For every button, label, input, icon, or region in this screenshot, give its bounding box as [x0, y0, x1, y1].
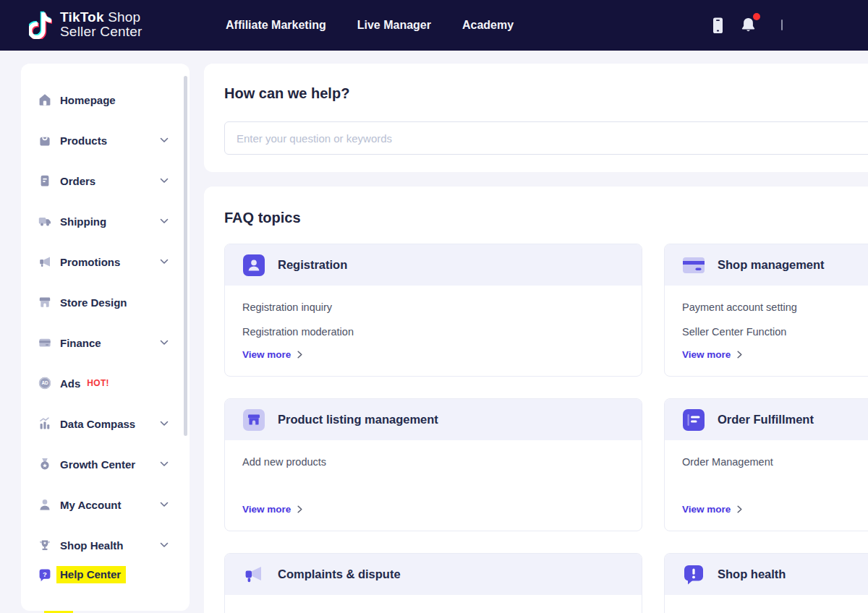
faq-topic-header[interactable]: Order Fulfillment — [665, 399, 868, 440]
order-doc-icon — [682, 408, 705, 432]
chevron-down-icon — [160, 340, 169, 346]
view-more-link[interactable]: View more — [242, 349, 624, 360]
chevron-right-icon — [737, 351, 742, 359]
top-navigation: Affiliate Marketing Live Manager Academy — [226, 0, 514, 51]
sidebar-item-orders[interactable]: Orders — [38, 171, 175, 191]
faq-topic-body: Registration inquiry Registration modera… — [225, 286, 642, 372]
logo-wordmark: TikTok Shop Seller Center — [60, 10, 142, 39]
registration-person-icon — [242, 254, 265, 277]
faq-topic-shop-management: Shop management Payment account setting … — [664, 244, 868, 377]
sidebar-item-ads[interactable]: AD Ads HOT! — [38, 373, 175, 393]
help-bubble-icon: ? — [38, 567, 52, 582]
help-center-label-highlighted: Help Center — [56, 566, 126, 583]
storefront-icon — [38, 295, 52, 309]
faq-topic-shop-health: Shop health — [664, 553, 868, 613]
home-icon — [38, 93, 52, 107]
faq-topic-body — [225, 595, 642, 613]
chevron-down-icon — [160, 421, 169, 426]
chevron-down-icon — [160, 137, 169, 143]
main-content: How can we help? FAQ topics Registration… — [204, 64, 868, 613]
sidebar-menu: Homepage Products Orders Shipping — [21, 64, 190, 611]
complaints-megaphone-icon — [242, 563, 265, 586]
truck-icon — [38, 214, 52, 228]
nav-academy[interactable]: Academy — [462, 19, 514, 32]
faq-link[interactable]: Registration moderation — [242, 325, 624, 339]
faq-link[interactable]: Add new products — [242, 455, 624, 469]
sidebar-item-finance[interactable]: Finance — [38, 333, 175, 353]
view-more-link[interactable]: View more — [682, 349, 868, 360]
hot-badge: HOT! — [87, 378, 109, 388]
faq-topics-grid: Registration Registration inquiry Regist… — [224, 244, 868, 613]
sidebar-item-promotions[interactable]: Promotions — [38, 252, 175, 272]
view-more-link[interactable]: View more — [242, 504, 624, 515]
trophy-icon — [38, 538, 52, 552]
cutoff-divider — [781, 20, 783, 30]
payment-card-icon — [682, 254, 705, 277]
faq-topic-body: Payment account setting Seller Center Fu… — [665, 286, 868, 372]
faq-topic-header[interactable]: Shop health — [665, 554, 868, 595]
faq-link[interactable]: Registration inquiry — [242, 300, 624, 314]
sidebar-item-growth-center[interactable]: Growth Center — [38, 454, 175, 474]
orders-doc-icon — [38, 173, 52, 188]
chevron-right-icon — [297, 351, 302, 359]
tiktok-shop-logo[interactable]: TikTok Shop Seller Center — [29, 10, 142, 39]
sidebar-item-data-compass[interactable]: Data Compass — [38, 413, 175, 434]
view-more-link[interactable]: View more — [682, 504, 868, 515]
alert-bubble-icon — [682, 563, 705, 586]
chevron-down-icon — [160, 218, 169, 224]
faq-topic-registration: Registration Registration inquiry Regist… — [224, 244, 642, 377]
faq-topics-section: FAQ topics Registration Registration inq… — [204, 187, 868, 613]
credit-card-icon — [38, 335, 52, 350]
svg-text:AD: AD — [41, 380, 48, 385]
faq-topic-header[interactable]: Complaints & dispute — [225, 554, 642, 595]
faq-topic-header[interactable]: Shop management — [665, 244, 868, 286]
chevron-right-icon — [737, 505, 742, 513]
bar-chart-icon — [38, 416, 52, 431]
faq-topics-title: FAQ topics — [224, 210, 868, 226]
sidebar-item-store-design[interactable]: Store Design — [38, 292, 175, 312]
chevron-right-icon — [297, 505, 302, 513]
chevron-down-icon — [160, 461, 169, 467]
ad-circle-icon: AD — [38, 376, 52, 390]
help-search-section: How can we help? — [204, 64, 868, 172]
megaphone-icon — [38, 254, 52, 269]
faq-topic-header[interactable]: Product listing management — [225, 399, 642, 440]
nav-live-manager[interactable]: Live Manager — [357, 19, 431, 32]
notification-dot — [753, 13, 760, 20]
header-actions — [774, 0, 868, 51]
sidebar-item-my-account[interactable]: My Account — [38, 494, 175, 515]
chevron-down-icon — [160, 178, 169, 184]
tiktok-note-icon — [29, 10, 52, 39]
faq-topic-order-fulfillment: Order Fulfillment Order Management View … — [664, 398, 868, 531]
svg-text:?: ? — [43, 570, 47, 578]
sidebar-item-shipping[interactable]: Shipping — [38, 211, 175, 231]
mobile-app-icon[interactable] — [710, 17, 726, 35]
faq-topic-body — [665, 595, 868, 613]
faq-topic-body: Order Management View more — [665, 440, 868, 526]
help-search-title: How can we help? — [224, 85, 868, 102]
product-store-icon — [242, 408, 265, 432]
faq-topic-body: Add new products View more — [225, 440, 642, 526]
faq-topic-product-listing: Product listing management Add new produ… — [224, 398, 642, 531]
bag-icon — [38, 133, 52, 147]
faq-topic-header[interactable]: Registration — [225, 244, 642, 286]
sidebar-item-help-center[interactable]: ? Help Center — [38, 565, 175, 585]
sidebar-item-products[interactable]: Products — [38, 130, 175, 150]
faq-link[interactable]: Payment account setting — [682, 300, 868, 314]
help-search-input[interactable] — [224, 121, 868, 155]
medal-icon — [38, 457, 52, 471]
top-header: TikTok Shop Seller Center Affiliate Mark… — [0, 0, 868, 51]
chevron-down-icon — [160, 542, 169, 548]
faq-link[interactable]: Seller Center Function — [682, 325, 868, 339]
chevron-down-icon — [160, 502, 169, 507]
faq-topic-complaints-dispute: Complaints & dispute — [224, 553, 642, 613]
sidebar-item-homepage[interactable]: Homepage — [38, 90, 175, 110]
faq-link[interactable]: Order Management — [682, 455, 868, 469]
sidebar-item-shop-health[interactable]: Shop Health — [38, 535, 175, 555]
user-icon — [38, 497, 52, 512]
nav-affiliate-marketing[interactable]: Affiliate Marketing — [226, 19, 326, 32]
chevron-down-icon — [160, 259, 169, 265]
sidebar-scrollbar[interactable] — [184, 76, 187, 436]
